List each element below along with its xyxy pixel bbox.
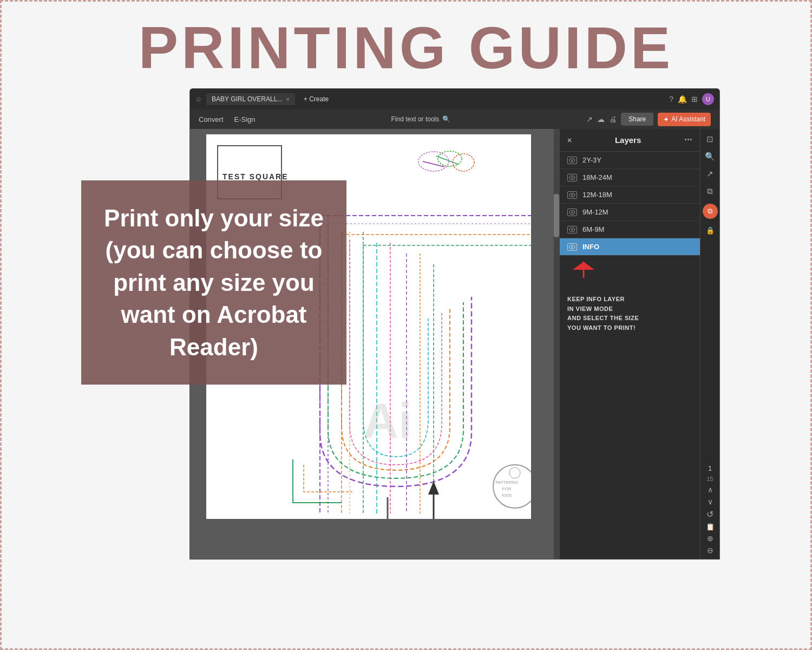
copy-sidebar-icon[interactable]: ⧉ xyxy=(707,186,713,196)
layer-name-18m24m: 18M-24M xyxy=(582,173,612,181)
svg-point-1 xyxy=(438,151,462,166)
nav-down-icon[interactable]: ∨ xyxy=(708,497,713,506)
esign-button[interactable]: E-Sign xyxy=(234,115,256,123)
layers-title: Layers xyxy=(615,135,641,145)
create-label: + Create xyxy=(304,95,329,103)
lock-icon[interactable]: 🔒 xyxy=(706,226,715,235)
svg-text:Ai: Ai xyxy=(363,394,412,448)
svg-point-40 xyxy=(572,246,573,248)
arrow-annotation xyxy=(560,256,700,288)
svg-point-34 xyxy=(572,194,573,196)
layer-item-12m18m[interactable]: 12M-18M xyxy=(560,186,700,204)
svg-point-36 xyxy=(572,211,573,213)
file-icon[interactable]: 📋 xyxy=(706,523,715,531)
rotate-icon[interactable]: ↺ xyxy=(706,509,713,519)
layer-name-9m12m: 9M-12M xyxy=(582,208,608,216)
nav-up-icon[interactable]: ∧ xyxy=(708,485,713,494)
search-icon[interactable]: 🔍 xyxy=(442,115,450,123)
layer-name-12m18m: 12M-18M xyxy=(582,191,612,199)
zoom-in-icon[interactable]: ⊕ xyxy=(707,534,713,543)
svg-point-20 xyxy=(493,465,531,508)
help-icon[interactable]: ? xyxy=(669,95,673,103)
layer-visibility-icon[interactable] xyxy=(567,209,577,216)
export-sidebar-icon[interactable]: ↗ xyxy=(706,169,713,179)
convert-button[interactable]: Convert xyxy=(199,115,224,123)
layer-visibility-icon[interactable] xyxy=(567,157,577,164)
layer-visibility-icon[interactable] xyxy=(567,243,577,251)
active-tab[interactable]: BABY GIRL OVERALL... × xyxy=(206,93,295,105)
layer-name-6m9m: 6M-9M xyxy=(582,225,604,233)
layer-item-info[interactable]: INFO xyxy=(560,238,700,256)
page-title: Printing Guide xyxy=(2,2,810,88)
tab-star-icon: ☆ xyxy=(195,95,202,103)
layer-name-info: INFO xyxy=(582,243,599,251)
bell-icon[interactable]: 🔔 xyxy=(678,95,687,103)
cloud-icon[interactable]: ☁ xyxy=(597,115,605,123)
export-icon[interactable]: ↗ xyxy=(586,115,593,123)
window-topbar: ☆ BABY GIRL OVERALL... × + Create ? 🔔 ⊞ … xyxy=(190,89,719,109)
svg-text:PATTERNS: PATTERNS xyxy=(495,480,518,485)
page-current: 1 xyxy=(708,465,712,472)
layer-item-6m9m[interactable]: 6M-9M xyxy=(560,221,700,238)
layer-item-18m24m[interactable]: 18M-24M xyxy=(560,169,700,186)
overlay-text: Print only your size (you can choose to … xyxy=(103,202,325,363)
layers-panel-header: × Layers ··· xyxy=(560,129,700,152)
layers-panel: × Layers ··· 2Y-3Y 18M-24M xyxy=(559,129,700,560)
share-button[interactable]: Share xyxy=(621,113,653,126)
layer-name-2y3y: 2Y-3Y xyxy=(582,156,601,164)
red-arrow-icon xyxy=(567,259,600,286)
page-controls: 1 15 ∧ ∨ ↺ 📋 ⊕ ⊖ xyxy=(706,465,715,555)
window-toolbar: Convert E-Sign Find text or tools 🔍 ↗ ☁ … xyxy=(190,109,719,129)
zoom-out-icon[interactable]: ⊖ xyxy=(707,546,713,555)
find-icon[interactable]: 🔍 xyxy=(705,152,715,161)
ai-label: AI Assistant xyxy=(671,115,705,123)
layer-item-2y3y[interactable]: 2Y-3Y xyxy=(560,152,700,169)
layer-visibility-icon[interactable] xyxy=(567,191,577,199)
svg-marker-42 xyxy=(573,262,594,270)
tab-filename: BABY GIRL OVERALL... xyxy=(212,95,283,103)
user-avatar[interactable]: U xyxy=(702,93,714,105)
window-controls: ? 🔔 ⊞ U xyxy=(669,93,714,105)
search-area: Find text or tools 🔍 xyxy=(391,115,451,123)
print-icon[interactable]: 🖨 xyxy=(609,115,617,123)
layers-sidebar-icon[interactable]: ⧉ xyxy=(703,204,718,219)
tab-close-icon[interactable]: × xyxy=(286,96,289,102)
main-content: Print only your size (you can choose to … xyxy=(81,88,731,565)
instruction-text: KEEP INFO LAYER IN VIEW MODE AND SELECT … xyxy=(560,288,700,339)
pages-icon[interactable]: ⊡ xyxy=(706,134,713,144)
ai-assistant-button[interactable]: ✦ AI Assistant xyxy=(658,113,711,126)
grid-icon[interactable]: ⊞ xyxy=(691,95,698,103)
create-tab[interactable]: + Create xyxy=(304,95,329,103)
overlay-textbox: Print only your size (you can choose to … xyxy=(81,180,346,385)
svg-line-3 xyxy=(423,161,444,167)
page-total: 15 xyxy=(706,476,713,482)
layers-close-icon[interactable]: × xyxy=(567,136,572,145)
right-sidebar: ⊡ 🔍 ↗ ⧉ ⧉ 🔒 1 15 ∧ ∨ ↺ 📋 ⊕ ⊖ xyxy=(700,129,719,560)
svg-point-32 xyxy=(572,177,573,178)
search-label: Find text or tools xyxy=(391,115,440,123)
svg-point-38 xyxy=(572,229,573,230)
layers-more-icon[interactable]: ··· xyxy=(684,134,692,146)
svg-point-24 xyxy=(509,467,520,478)
layer-visibility-icon[interactable] xyxy=(567,226,577,233)
svg-marker-28 xyxy=(428,481,439,495)
layer-item-9m12m[interactable]: 9M-12M xyxy=(560,204,700,221)
svg-text:FOR: FOR xyxy=(502,486,512,491)
svg-point-30 xyxy=(572,159,573,161)
scrollbar[interactable] xyxy=(554,129,559,560)
svg-text:KIDS: KIDS xyxy=(502,493,512,498)
ai-icon: ✦ xyxy=(663,115,669,123)
layer-visibility-icon[interactable] xyxy=(567,174,577,181)
svg-point-2 xyxy=(453,154,474,171)
